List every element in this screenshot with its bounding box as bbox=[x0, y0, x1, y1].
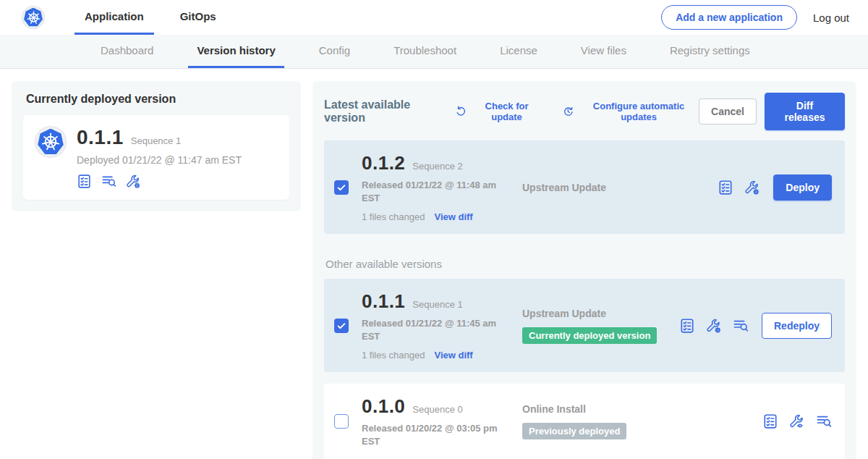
view-diff-link[interactable]: View diff bbox=[434, 350, 472, 361]
checklist-icon[interactable] bbox=[77, 174, 92, 189]
auto-update-icon bbox=[562, 105, 574, 118]
version-row: 0.1.2 Sequence 2 Released 01/21/22 @ 11:… bbox=[324, 140, 845, 234]
view-diff-link[interactable]: View diff bbox=[434, 211, 472, 222]
previously-deployed-badge: Previously deployed bbox=[522, 423, 626, 439]
files-changed: 1 files changed bbox=[362, 211, 425, 222]
deployed-sequence-label: Sequence 1 bbox=[131, 135, 181, 146]
wrench-eye-icon[interactable] bbox=[789, 413, 805, 429]
deployed-timestamp: Deployed 01/21/22 @ 11:47 am EST bbox=[77, 154, 242, 166]
deployed-panel: Currently deployed version 0.1.1 Sequenc… bbox=[12, 81, 301, 211]
checklist-icon[interactable] bbox=[679, 318, 695, 334]
refresh-icon bbox=[455, 105, 467, 118]
redeploy-button[interactable]: Redeploy bbox=[762, 313, 832, 339]
deployed-version-number: 0.1.1 bbox=[77, 126, 124, 149]
top-tab-gitops[interactable]: GitOps bbox=[170, 0, 226, 35]
check-icon bbox=[336, 182, 347, 193]
version-row: 0.1.1 Sequence 1 Released 01/21/22 @ 11:… bbox=[324, 279, 845, 372]
app-logo bbox=[22, 6, 45, 29]
kubernetes-icon bbox=[38, 129, 64, 156]
top-tabs: Application GitOps bbox=[75, 0, 226, 35]
tab-version-history[interactable]: Version history bbox=[188, 35, 284, 68]
checklist-icon[interactable] bbox=[762, 413, 778, 429]
tab-license[interactable]: License bbox=[491, 35, 546, 68]
deploy-button[interactable]: Deploy bbox=[773, 174, 832, 201]
sequence-label: Sequence 0 bbox=[412, 404, 462, 415]
sequence-label: Sequence 1 bbox=[412, 299, 462, 310]
kubernetes-icon bbox=[24, 8, 43, 28]
deployed-version-card: 0.1.1 Sequence 1 Deployed 01/21/22 @ 11:… bbox=[23, 115, 289, 200]
top-tab-application[interactable]: Application bbox=[75, 0, 154, 35]
wrench-gear-icon[interactable] bbox=[126, 174, 141, 189]
released-timestamp: Released 01/21/22 @ 11:45 am EST bbox=[362, 317, 501, 342]
released-timestamp: Released 01/21/22 @ 11:48 am EST bbox=[362, 179, 501, 204]
checklist-icon[interactable] bbox=[718, 180, 733, 195]
tab-config[interactable]: Config bbox=[310, 35, 359, 68]
latest-version-title: Latest available version bbox=[324, 98, 445, 125]
wrench-gear-icon[interactable] bbox=[706, 318, 722, 334]
files-changed: 1 files changed bbox=[362, 350, 425, 361]
version-number: 0.1.2 bbox=[362, 152, 405, 174]
version-row: 0.1.0 Sequence 0 Released 01/20/22 @ 03:… bbox=[324, 384, 845, 459]
cancel-button[interactable]: Cancel bbox=[699, 98, 757, 125]
version-source: Online Install bbox=[522, 403, 762, 415]
sequence-label: Sequence 2 bbox=[412, 161, 462, 172]
version-checkbox[interactable] bbox=[334, 319, 349, 333]
configure-automatic-updates-button[interactable]: Configure automatic updates bbox=[562, 101, 699, 122]
tab-registry-settings[interactable]: Registry settings bbox=[661, 35, 759, 68]
add-application-button[interactable]: Add a new application bbox=[661, 5, 797, 30]
check-for-update-label: Check for update bbox=[472, 101, 542, 122]
diff-releases-button[interactable]: Diff releases bbox=[765, 93, 845, 130]
logs-search-icon[interactable] bbox=[816, 413, 832, 429]
tab-troubleshoot[interactable]: Troubleshoot bbox=[385, 35, 465, 68]
top-bar: Application GitOps Add a new application… bbox=[0, 0, 868, 35]
check-for-update-button[interactable]: Check for update bbox=[455, 101, 542, 122]
version-number: 0.1.0 bbox=[362, 395, 405, 418]
other-versions-title: Other available versions bbox=[326, 258, 845, 270]
tab-view-files[interactable]: View files bbox=[572, 35, 635, 68]
tab-dashboard[interactable]: Dashboard bbox=[92, 35, 162, 68]
version-number: 0.1.1 bbox=[362, 290, 405, 313]
version-checkbox[interactable] bbox=[334, 414, 349, 429]
version-source: Upstream Update bbox=[522, 308, 679, 319]
version-checkbox[interactable] bbox=[334, 180, 349, 195]
configure-automatic-updates-label: Configure automatic updates bbox=[579, 101, 699, 122]
updates-panel: Latest available version Check for updat… bbox=[312, 81, 856, 459]
app-icon bbox=[35, 126, 67, 158]
released-timestamp: Released 01/20/22 @ 03:05 pm EST bbox=[362, 422, 501, 447]
app-subnav: Dashboard Version history Config Trouble… bbox=[0, 35, 868, 69]
deployed-panel-title: Currently deployed version bbox=[26, 93, 289, 106]
logs-search-icon[interactable] bbox=[733, 318, 749, 334]
logout-button[interactable]: Log out bbox=[813, 12, 849, 24]
currently-deployed-badge: Currently deployed version bbox=[522, 327, 657, 344]
version-source: Upstream Update bbox=[522, 182, 718, 193]
wrench-gear-icon[interactable] bbox=[744, 180, 760, 195]
check-icon bbox=[336, 320, 347, 332]
logs-search-icon[interactable] bbox=[101, 174, 116, 189]
